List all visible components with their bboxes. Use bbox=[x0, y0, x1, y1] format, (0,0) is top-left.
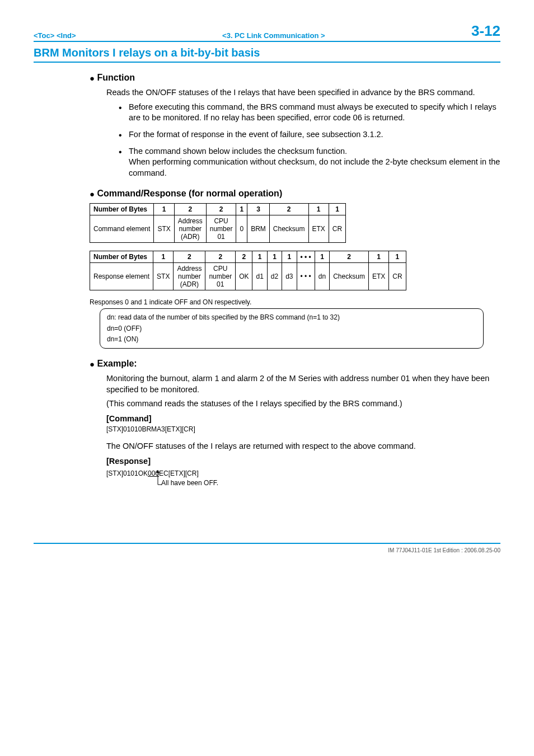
response-block: [STX]0101OK000EC[ETX][CR] All have been … bbox=[90, 468, 500, 487]
bullet-icon: ● bbox=[90, 189, 95, 199]
cell: d2 bbox=[267, 263, 282, 290]
bytes: 2 bbox=[205, 251, 236, 263]
nob-label: Number of Bytes bbox=[90, 204, 154, 215]
elem-label: Command element bbox=[90, 215, 154, 243]
bytes: 2 bbox=[236, 251, 252, 263]
header-left: <Toc> <Ind> bbox=[34, 31, 76, 40]
keybox-line: dn=1 (ON) bbox=[107, 334, 476, 345]
bytes: 1 bbox=[236, 204, 247, 215]
cell: CR bbox=[389, 263, 406, 290]
bytes: 2 bbox=[174, 251, 205, 263]
example-heading: ● Example: bbox=[90, 359, 500, 369]
bytes: 3 bbox=[247, 204, 270, 215]
function-heading: ● Function bbox=[90, 73, 500, 83]
cell: CPUnumber01 bbox=[205, 263, 236, 290]
cell: Addressnumber(ADR) bbox=[174, 215, 206, 243]
toc-link[interactable]: <Toc> bbox=[34, 31, 54, 40]
arrow-note: All have been OFF. bbox=[106, 479, 500, 487]
bullet-item: For the format of response in the event … bbox=[119, 129, 500, 140]
resp-prefix: [STX]0101OK bbox=[106, 469, 148, 477]
page-number: 3-12 bbox=[471, 22, 500, 40]
header-chapter: <3. PC Link Communication > bbox=[222, 31, 325, 40]
bytes: 1 bbox=[329, 204, 345, 215]
bytes: 1 bbox=[252, 251, 267, 263]
function-heading-text: Function bbox=[97, 73, 135, 82]
ind-link[interactable]: <Ind> bbox=[57, 31, 76, 40]
cell: OK bbox=[236, 263, 252, 290]
bytes: 2 bbox=[206, 204, 236, 215]
function-bullets: Before executing this command, the BRS c… bbox=[119, 102, 500, 179]
bytes: 1 bbox=[282, 251, 297, 263]
cell: STX bbox=[153, 263, 174, 290]
resp-suffix: EC[ETX][CR] bbox=[159, 469, 199, 477]
bytes: 2 bbox=[269, 204, 308, 215]
cell: ETX bbox=[308, 215, 329, 243]
bytes: 2 bbox=[174, 204, 206, 215]
cell: CR bbox=[329, 215, 345, 243]
cell: BRM bbox=[247, 215, 270, 243]
response-note: Responses 0 and 1 indicate OFF and ON re… bbox=[90, 298, 500, 306]
command-table: Number of Bytes 1 2 2 1 3 2 1 1 Command … bbox=[90, 203, 346, 243]
cell: Addressnumber(ADR) bbox=[174, 263, 205, 290]
cell: CPUnumber01 bbox=[206, 215, 236, 243]
example-p3: The ON/OFF statuses of the I relays are … bbox=[90, 441, 500, 452]
footer-text: IM 77J04J11-01E 1st Edition : 2006.08.25… bbox=[34, 547, 500, 553]
cell: dn bbox=[315, 263, 329, 290]
cell: ETX bbox=[368, 263, 388, 290]
bullet-icon: ● bbox=[90, 359, 95, 369]
arrow-up-icon bbox=[155, 469, 163, 488]
command-label: [Command] bbox=[90, 414, 500, 423]
cmdresp-heading: ● Command/Response (for normal operation… bbox=[90, 189, 500, 199]
cell: d1 bbox=[252, 263, 267, 290]
response-label: [Response] bbox=[90, 457, 500, 466]
bytes: 1 bbox=[153, 251, 174, 263]
cell: Checksum bbox=[330, 263, 369, 290]
key-box: dn: read data of the number of bits spec… bbox=[100, 308, 484, 349]
cell: • • • bbox=[297, 263, 315, 290]
bullet-item: The command shown below includes the che… bbox=[119, 146, 500, 179]
cell: Checksum bbox=[269, 215, 308, 243]
example-heading-text: Example: bbox=[97, 359, 137, 368]
cell: 0 bbox=[236, 215, 247, 243]
bytes: 1 bbox=[389, 251, 406, 263]
page-header: <Toc> <Ind> <3. PC Link Communication > … bbox=[34, 22, 500, 42]
arrow-text: All have been OFF. bbox=[161, 479, 218, 487]
bytes: 1 bbox=[154, 204, 174, 215]
example-p2: (This command reads the statuses of the … bbox=[90, 398, 500, 410]
cell: d3 bbox=[282, 263, 297, 290]
response-table: Number of Bytes 1 2 2 2 1 1 1 • • • 1 2 … bbox=[90, 251, 406, 290]
nob-label: Number of Bytes bbox=[90, 251, 153, 263]
bytes: 1 bbox=[267, 251, 282, 263]
function-intro: Reads the ON/OFF statuses of the I relay… bbox=[90, 87, 500, 98]
command-text: [STX]01010BRMA3[ETX][CR] bbox=[90, 425, 500, 433]
example-p1: Monitoring the burnout, alarm 1 and alar… bbox=[90, 373, 500, 395]
bullet-icon: ● bbox=[90, 73, 95, 83]
bytes: 1 bbox=[315, 251, 329, 263]
bytes: • • • bbox=[297, 251, 315, 263]
cmdresp-heading-text: Command/Response (for normal operation) bbox=[97, 189, 283, 198]
bytes: 2 bbox=[330, 251, 369, 263]
bullet-item: Before executing this command, the BRS c… bbox=[119, 102, 500, 124]
cell: STX bbox=[154, 215, 174, 243]
keybox-line: dn: read data of the number of bits spec… bbox=[107, 312, 476, 323]
footer-line bbox=[34, 543, 500, 544]
bytes: 1 bbox=[308, 204, 329, 215]
bytes: 1 bbox=[368, 251, 388, 263]
keybox-line: dn=0 (OFF) bbox=[107, 323, 476, 334]
elem-label: Response element bbox=[90, 263, 153, 290]
section-title: BRM Monitors I relays on a bit-by-bit ba… bbox=[34, 46, 500, 63]
